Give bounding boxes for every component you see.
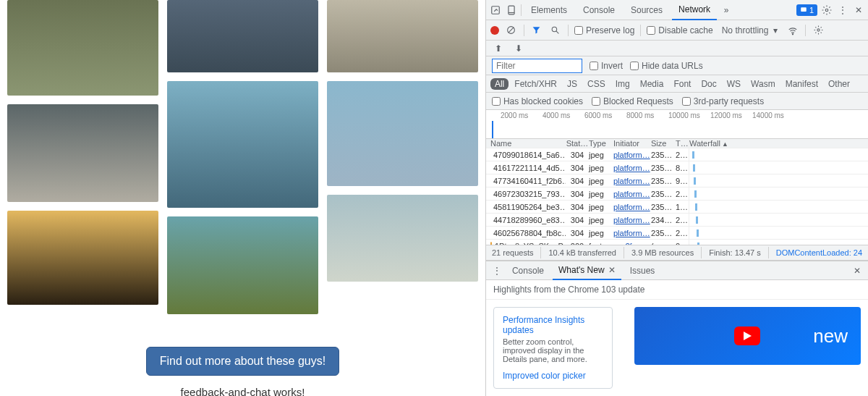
- timeline-tick: 14000 ms: [752, 111, 784, 119]
- gallery-col-3: [327, 0, 478, 314]
- thumb-manta[interactable]: [327, 81, 478, 186]
- drawer-tabstrip: ⋮ Console What's New✕ Issues ✕: [486, 261, 868, 280]
- thumb-tortoise[interactable]: [167, 0, 318, 72]
- tab-elements[interactable]: Elements: [524, 1, 574, 20]
- request-initiator[interactable]: platform…: [613, 216, 651, 224]
- request-time: 9…: [676, 177, 689, 185]
- invert-checkbox[interactable]: Invert: [590, 61, 623, 71]
- download-icon[interactable]: ⬇: [512, 42, 525, 55]
- type-pill-manifest[interactable]: Manifest: [781, 78, 822, 90]
- tab-console[interactable]: Console: [576, 1, 621, 20]
- thumb-leopardshark[interactable]: [327, 195, 478, 282]
- drawer-close-icon[interactable]: ✕: [851, 264, 864, 277]
- card-link-updates[interactable]: updates: [503, 325, 603, 335]
- upload-icon[interactable]: ⬆: [492, 42, 505, 55]
- col-type[interactable]: Type: [589, 139, 613, 148]
- type-pill-js[interactable]: JS: [563, 78, 582, 90]
- request-status: 304: [566, 229, 589, 237]
- table-row[interactable]: 46025678804_fb8c…304jpegplatform…235…2…: [486, 227, 868, 240]
- col-size[interactable]: Size: [651, 139, 676, 148]
- type-pill-ws[interactable]: WS: [723, 78, 745, 90]
- gear-small-icon[interactable]: [812, 24, 825, 37]
- wifi-icon[interactable]: [786, 24, 799, 37]
- filter-icon[interactable]: [530, 24, 543, 37]
- type-pill-other[interactable]: Other: [824, 78, 854, 90]
- close-tab-icon[interactable]: ✕: [608, 265, 616, 275]
- timeline-tick: 4000 ms: [542, 111, 570, 119]
- thumb-booby[interactable]: [7, 104, 158, 202]
- preserve-log-checkbox[interactable]: Preserve log: [574, 25, 634, 35]
- record-button[interactable]: [490, 26, 499, 35]
- request-initiator[interactable]: platform…: [613, 190, 651, 198]
- hide-data-urls-checkbox[interactable]: Hide data URLs: [630, 61, 703, 71]
- col-initiator[interactable]: Initiator: [613, 139, 651, 148]
- close-icon[interactable]: ✕: [852, 4, 865, 17]
- thumb-whaleshark[interactable]: [167, 81, 318, 208]
- type-pill-css[interactable]: CSS: [583, 78, 610, 90]
- table-row[interactable]: 47099018614_5a6…304jpegplatform…235…2…: [486, 148, 868, 161]
- inspect-icon[interactable]: [489, 4, 502, 17]
- svg-point-7: [553, 27, 558, 32]
- request-initiator[interactable]: platform…: [613, 229, 651, 237]
- filter-input[interactable]: [492, 59, 582, 73]
- request-status: 304: [566, 203, 589, 211]
- type-pill-wasm[interactable]: Wasm: [746, 78, 780, 90]
- request-time: 1…: [676, 203, 689, 211]
- gear-icon[interactable]: [820, 4, 833, 17]
- type-pill-media[interactable]: Media: [636, 78, 668, 90]
- more-tabs-icon[interactable]: »: [720, 4, 733, 17]
- search-icon[interactable]: [549, 24, 562, 37]
- drawer-tab-whatsnew[interactable]: What's New✕: [553, 261, 621, 280]
- issues-badge[interactable]: 1: [796, 4, 817, 16]
- request-initiator[interactable]: platform…: [613, 177, 651, 185]
- request-size: 234…: [651, 216, 676, 224]
- disable-cache-checkbox[interactable]: Disable cache: [647, 25, 712, 35]
- page-gallery: Find out more about these guys! feedback…: [0, 0, 485, 396]
- type-pill-fetchxhr[interactable]: Fetch/XHR: [510, 78, 561, 90]
- card-link-colorpicker[interactable]: Improved color picker: [503, 371, 603, 381]
- thumb-iguana[interactable]: [327, 0, 478, 72]
- thumb-koala[interactable]: [7, 0, 158, 96]
- clear-icon[interactable]: [505, 24, 518, 37]
- device-icon[interactable]: [505, 4, 518, 17]
- network-table-header[interactable]: Name Stat… Type Initiator Size T… Waterf…: [486, 139, 868, 148]
- type-pill-img[interactable]: Img: [611, 78, 634, 90]
- tab-network[interactable]: Network: [672, 0, 717, 20]
- blocked-requests-checkbox[interactable]: Blocked Requests: [592, 96, 673, 106]
- col-waterfall[interactable]: Waterfall▲: [689, 139, 868, 148]
- tab-sources[interactable]: Sources: [624, 1, 669, 20]
- throttling-select[interactable]: No throttling ▾: [719, 25, 780, 35]
- thumb-sealions[interactable]: [7, 211, 158, 305]
- request-initiator[interactable]: platform…: [613, 203, 651, 211]
- col-time[interactable]: T…: [676, 139, 689, 148]
- table-row[interactable]: 46972303215_793…304jpegplatform…235…2…: [486, 188, 868, 201]
- table-row[interactable]: 41617221114_4d5…304jpegplatform…235…8…: [486, 161, 868, 174]
- svg-point-10: [817, 29, 819, 31]
- card-link-insights[interactable]: Performance Insights: [503, 315, 603, 325]
- col-name[interactable]: Name: [486, 139, 566, 148]
- promo-video[interactable]: new: [634, 307, 861, 365]
- request-waterfall: [689, 161, 868, 174]
- drawer-tab-console[interactable]: Console: [506, 262, 550, 279]
- request-initiator[interactable]: platform…: [613, 164, 651, 172]
- timeline-overview[interactable]: 2000 ms4000 ms6000 ms8000 ms10000 ms1200…: [486, 110, 868, 139]
- col-status[interactable]: Stat…: [566, 139, 589, 148]
- table-row[interactable]: 45811905264_be3…304jpegplatform…235…1…: [486, 201, 868, 214]
- kebab-icon[interactable]: ⋮: [836, 4, 849, 17]
- request-initiator[interactable]: platform…: [613, 151, 651, 159]
- play-icon[interactable]: [734, 327, 760, 345]
- drawer-tab-issues[interactable]: Issues: [624, 262, 661, 279]
- thumb-seadragon[interactable]: [167, 216, 318, 314]
- table-row[interactable]: 44718289960_e83…304jpegplatform…234…2…: [486, 214, 868, 227]
- timeline-tick: 2000 ms: [501, 111, 528, 119]
- find-out-more-button[interactable]: Find out more about these guys!: [146, 347, 339, 376]
- table-row[interactable]: 47734160411_f2b6…304jpegplatform…235…9…: [486, 174, 868, 188]
- blocked-cookies-checkbox[interactable]: Has blocked cookies: [492, 96, 583, 106]
- type-pill-font[interactable]: Font: [669, 78, 695, 90]
- type-pill-all[interactable]: All: [490, 78, 509, 90]
- table-row[interactable]: 1Ptxg8zYS_SKggP…200fontcss?fam…(me…0…: [486, 240, 868, 245]
- third-party-checkbox[interactable]: 3rd-party requests: [682, 96, 764, 106]
- summary-requests: 21 requests: [492, 248, 533, 257]
- type-pill-doc[interactable]: Doc: [697, 78, 720, 90]
- drawer-kebab-icon[interactable]: ⋮: [490, 264, 503, 277]
